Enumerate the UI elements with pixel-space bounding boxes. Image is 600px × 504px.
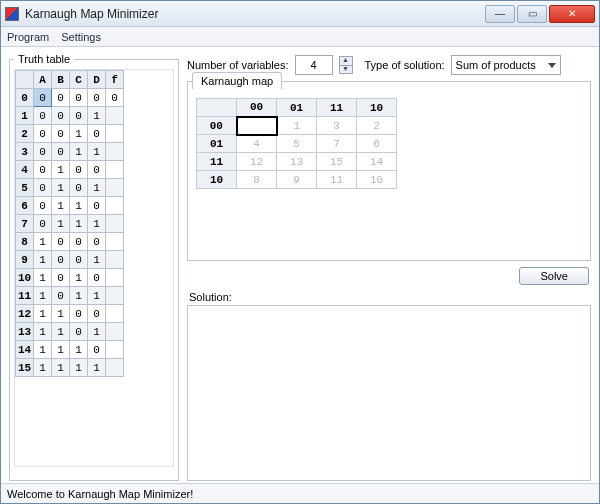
tab-kmap[interactable]: Karnaugh map [192,72,282,89]
truth-cell[interactable]: 0 [70,89,88,107]
truth-cell[interactable] [106,359,124,377]
truth-cell[interactable] [106,161,124,179]
truth-cell[interactable]: 13 [16,323,34,341]
menu-program[interactable]: Program [7,31,49,43]
truth-cell[interactable]: 0 [106,89,124,107]
kmap-cell[interactable]: 15 [317,153,357,171]
truth-cell[interactable]: 0 [88,125,106,143]
kmap-cell[interactable]: 6 [357,135,397,153]
truth-cell[interactable]: 15 [16,359,34,377]
truth-cell[interactable]: 0 [70,161,88,179]
truth-cell[interactable]: 1 [88,143,106,161]
truth-cell[interactable]: 9 [16,251,34,269]
kmap-cell[interactable]: 8 [237,171,277,189]
truth-cell[interactable] [106,179,124,197]
truth-cell[interactable]: 6 [16,197,34,215]
truth-cell[interactable] [106,269,124,287]
spinner-up-icon[interactable]: ▲ [339,56,353,65]
truth-cell[interactable]: 1 [16,107,34,125]
truth-cell[interactable]: 1 [34,341,52,359]
truth-cell[interactable]: 1 [70,287,88,305]
truth-cell[interactable]: 1 [88,215,106,233]
truth-cell[interactable]: 0 [34,143,52,161]
truth-cell[interactable] [106,143,124,161]
truth-cell[interactable]: 0 [34,107,52,125]
solution-box[interactable] [187,305,591,481]
kmap-cell[interactable]: 9 [277,171,317,189]
truth-cell[interactable]: 0 [52,125,70,143]
truth-cell[interactable]: 0 [88,161,106,179]
truth-cell[interactable]: 0 [34,161,52,179]
truth-cell[interactable]: 1 [52,179,70,197]
truth-cell[interactable]: 0 [88,341,106,359]
truth-cell[interactable]: 0 [52,143,70,161]
kmap-cell[interactable]: 13 [277,153,317,171]
truth-cell[interactable]: 1 [88,251,106,269]
truth-cell[interactable] [106,107,124,125]
truth-cell[interactable]: 0 [88,305,106,323]
truth-cell[interactable]: 1 [70,341,88,359]
maximize-button[interactable]: ▭ [517,5,547,23]
truth-cell[interactable]: 0 [52,107,70,125]
truth-cell[interactable] [106,287,124,305]
truth-cell[interactable]: 1 [34,305,52,323]
truth-cell[interactable] [106,305,124,323]
truth-cell[interactable]: 0 [34,89,52,107]
truth-cell[interactable] [106,197,124,215]
truth-cell[interactable] [106,323,124,341]
truth-cell[interactable]: 0 [70,179,88,197]
kmap-cell[interactable]: 10 [357,171,397,189]
truth-cell[interactable]: 1 [70,125,88,143]
truth-cell[interactable]: 0 [34,179,52,197]
truth-cell[interactable]: 0 [52,269,70,287]
truth-cell[interactable]: 11 [16,287,34,305]
truth-cell[interactable]: 1 [52,161,70,179]
kmap-cell[interactable]: 4 [237,135,277,153]
truth-cell[interactable]: 1 [70,215,88,233]
kmap-cell[interactable]: 1 [277,117,317,135]
truth-cell[interactable]: 1 [70,143,88,161]
truth-cell[interactable]: 1 [70,197,88,215]
truth-cell[interactable]: 1 [70,269,88,287]
truth-cell[interactable]: 2 [16,125,34,143]
truth-cell[interactable]: 4 [16,161,34,179]
truth-cell[interactable]: 0 [70,107,88,125]
truth-cell[interactable]: 5 [16,179,34,197]
kmap-cell[interactable]: 7 [317,135,357,153]
truth-cell[interactable]: 1 [52,359,70,377]
truth-cell[interactable]: 1 [88,179,106,197]
kmap-table[interactable]: 0001111000132014576111213151410891110 [196,98,397,189]
truth-cell[interactable]: 14 [16,341,34,359]
truth-cell[interactable]: 0 [52,287,70,305]
kmap-cell[interactable]: 11 [317,171,357,189]
truth-cell[interactable]: 0 [70,251,88,269]
close-button[interactable]: ✕ [549,5,595,23]
truth-cell[interactable]: 1 [34,269,52,287]
truth-cell[interactable]: 10 [16,269,34,287]
numvar-input[interactable] [295,55,333,75]
truth-cell[interactable]: 1 [34,359,52,377]
truth-cell[interactable]: 0 [70,323,88,341]
truth-cell[interactable]: 0 [34,125,52,143]
spinner-down-icon[interactable]: ▼ [339,65,353,74]
truth-cell[interactable]: 1 [34,323,52,341]
truth-cell[interactable]: 0 [52,251,70,269]
truth-cell[interactable] [106,341,124,359]
truth-table[interactable]: ABCDf00000010001200103001140100501016011… [15,70,124,377]
truth-cell[interactable]: 1 [52,323,70,341]
soltype-dropdown[interactable]: Sum of products [451,55,561,75]
numvar-spinner[interactable]: ▲ ▼ [339,56,353,74]
truth-cell[interactable] [106,251,124,269]
kmap-cell[interactable]: 12 [237,153,277,171]
truth-cell[interactable]: 0 [88,197,106,215]
truth-cell[interactable]: 0 [88,233,106,251]
kmap-cell[interactable]: 14 [357,153,397,171]
truth-cell[interactable]: 0 [34,215,52,233]
solve-button[interactable]: Solve [519,267,589,285]
kmap-cell[interactable]: 5 [277,135,317,153]
kmap-cell[interactable] [237,117,277,135]
menu-settings[interactable]: Settings [61,31,101,43]
truth-cell[interactable]: 0 [88,89,106,107]
truth-cell[interactable] [106,125,124,143]
truth-cell[interactable]: 0 [70,305,88,323]
